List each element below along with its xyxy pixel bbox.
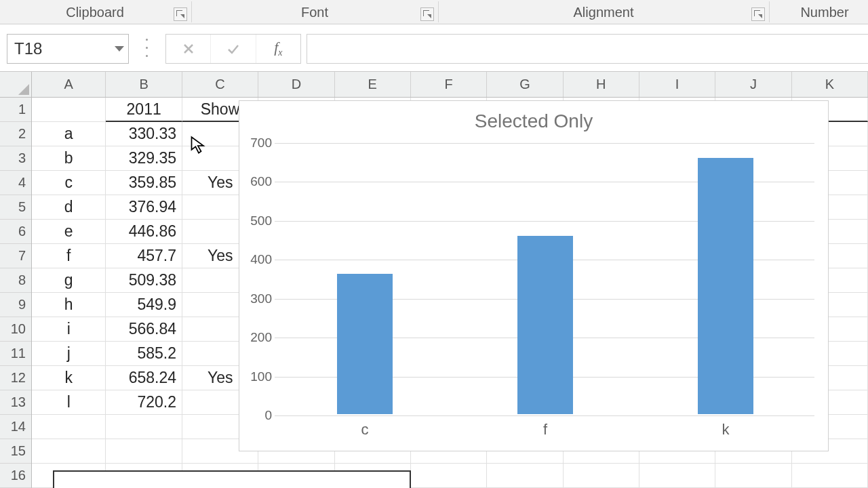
- cell[interactable]: 549.9: [106, 293, 182, 317]
- cell[interactable]: [639, 464, 715, 488]
- chart-xtick: f: [517, 421, 573, 439]
- formula-bar: T18 fx: [0, 24, 868, 72]
- ribbon-group-clipboard[interactable]: Clipboard: [0, 0, 190, 24]
- cell[interactable]: e: [32, 220, 106, 244]
- cell[interactable]: [564, 464, 639, 488]
- cell[interactable]: 566.84: [106, 317, 182, 342]
- chart-gridline: [275, 415, 814, 416]
- col-header-G[interactable]: G: [487, 72, 563, 97]
- cell[interactable]: [32, 415, 106, 439]
- col-header-D[interactable]: D: [258, 72, 334, 97]
- row-header-3[interactable]: 3: [0, 146, 31, 171]
- cell[interactable]: [792, 464, 868, 488]
- name-box[interactable]: T18: [7, 34, 129, 64]
- row-header-6[interactable]: 6: [0, 220, 31, 244]
- cell[interactable]: 585.2: [106, 342, 182, 366]
- cell[interactable]: 329.35: [106, 146, 182, 171]
- col-header-I[interactable]: I: [639, 72, 715, 97]
- col-header-J[interactable]: J: [715, 72, 791, 97]
- row-header-8[interactable]: 8: [0, 268, 31, 293]
- cell[interactable]: a: [32, 122, 106, 146]
- ribbon-group-alignment[interactable]: Alignment: [439, 0, 768, 24]
- col-header-K[interactable]: K: [792, 72, 868, 97]
- alignment-launcher-icon[interactable]: [751, 7, 765, 21]
- cell[interactable]: j: [32, 342, 106, 366]
- cell[interactable]: [106, 439, 182, 464]
- cell[interactable]: g: [32, 268, 106, 293]
- cell[interactable]: 359.85: [106, 171, 182, 195]
- chart-plot-area[interactable]: 0100200300400500600700cfk: [275, 143, 814, 414]
- cell[interactable]: 457.7: [106, 244, 182, 268]
- ribbon-group-row: Clipboard Font Alignment Number: [0, 0, 868, 24]
- col-header-B[interactable]: B: [106, 72, 182, 97]
- row-header-1[interactable]: 1: [0, 98, 31, 122]
- row-header-16[interactable]: 16: [0, 464, 31, 488]
- chart-bar[interactable]: [698, 158, 753, 414]
- cell[interactable]: k: [32, 366, 106, 390]
- chart-ytick: 100: [245, 369, 272, 384]
- cell[interactable]: l: [32, 390, 106, 415]
- row-header-13[interactable]: 13: [0, 390, 31, 415]
- chart-gridline: [275, 143, 814, 144]
- ribbon-group-font[interactable]: Font: [193, 0, 437, 24]
- name-box-resize-handle[interactable]: [142, 35, 151, 60]
- cell[interactable]: d: [32, 195, 106, 220]
- chevron-down-icon[interactable]: [115, 46, 124, 52]
- chart-title[interactable]: Selected Only: [239, 110, 828, 132]
- cell[interactable]: 509.38: [106, 268, 182, 293]
- enter-formula-button[interactable]: [211, 35, 256, 63]
- insert-function-button[interactable]: fx: [256, 35, 300, 63]
- clipboard-launcher-icon[interactable]: [174, 7, 187, 21]
- cell[interactable]: i: [32, 317, 106, 342]
- chart-bar[interactable]: [337, 274, 393, 414]
- cancel-formula-button[interactable]: [166, 35, 211, 63]
- cell[interactable]: b: [32, 146, 106, 171]
- cell[interactable]: 658.24: [106, 366, 182, 390]
- cell[interactable]: 720.2: [106, 390, 182, 415]
- row-header-12[interactable]: 12: [0, 366, 31, 390]
- cell[interactable]: f: [32, 244, 106, 268]
- col-header-F[interactable]: F: [411, 72, 487, 97]
- row-header-15[interactable]: 15: [0, 439, 31, 464]
- row-header-2[interactable]: 2: [0, 122, 31, 146]
- fx-icon: fx: [274, 39, 282, 58]
- row-header-11[interactable]: 11: [0, 342, 31, 366]
- cell[interactable]: 2011: [106, 98, 182, 122]
- font-launcher-icon[interactable]: [420, 7, 434, 21]
- row-header-9[interactable]: 9: [0, 293, 31, 317]
- row-header-14[interactable]: 14: [0, 415, 31, 439]
- cell[interactable]: 446.86: [106, 220, 182, 244]
- chart-xtick: c: [337, 421, 393, 439]
- select-all-corner[interactable]: [0, 72, 32, 98]
- chart-ytick: 500: [245, 214, 272, 228]
- cell[interactable]: h: [32, 293, 106, 317]
- row-header-4[interactable]: 4: [0, 171, 31, 195]
- ribbon-separator: [191, 1, 192, 22]
- cell[interactable]: 376.94: [106, 195, 182, 220]
- cell[interactable]: 330.33: [106, 122, 182, 146]
- chart-ytick: 200: [245, 330, 272, 345]
- row-header-7[interactable]: 7: [0, 244, 31, 268]
- column-headers[interactable]: ABCDEFGHIJK: [32, 72, 868, 98]
- row-header-10[interactable]: 10: [0, 317, 31, 342]
- cell[interactable]: [32, 439, 106, 464]
- cell[interactable]: [715, 464, 791, 488]
- formula-input[interactable]: [307, 34, 868, 64]
- row-header-5[interactable]: 5: [0, 195, 31, 220]
- check-icon: [226, 42, 240, 56]
- embedded-chart[interactable]: Selected Only 0100200300400500600700cfk: [239, 100, 829, 451]
- col-header-H[interactable]: H: [564, 72, 639, 97]
- row-headers[interactable]: 12345678910111213141516: [0, 98, 32, 488]
- embedded-rectangle[interactable]: [53, 470, 411, 488]
- chart-xtick: k: [698, 421, 753, 439]
- ribbon-group-number[interactable]: Number: [770, 0, 868, 24]
- col-header-E[interactable]: E: [335, 72, 411, 97]
- cell[interactable]: [487, 464, 563, 488]
- cell[interactable]: [32, 98, 106, 122]
- cell[interactable]: [411, 464, 487, 488]
- col-header-A[interactable]: A: [32, 72, 106, 97]
- chart-bar[interactable]: [517, 236, 573, 414]
- cell[interactable]: c: [32, 171, 106, 195]
- col-header-C[interactable]: C: [182, 72, 258, 97]
- cell[interactable]: [106, 415, 182, 439]
